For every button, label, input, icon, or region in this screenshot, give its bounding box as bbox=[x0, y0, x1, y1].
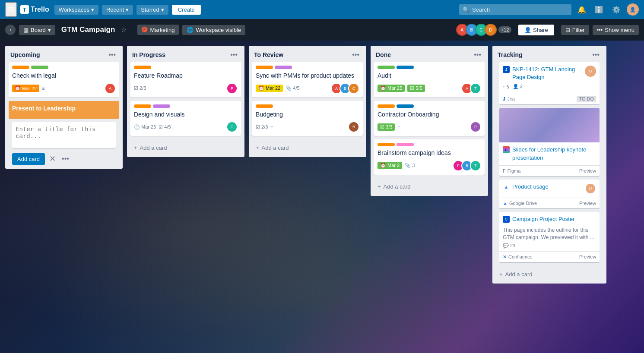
tracking-source-row-slides: F Figma Preview bbox=[499, 165, 600, 176]
card-avatar: A bbox=[105, 83, 116, 94]
card-title-audit: Audit bbox=[378, 72, 481, 80]
notifications-icon[interactable]: 🔔 bbox=[575, 4, 589, 16]
add-card-submit-button[interactable]: Add card bbox=[12, 153, 45, 165]
member-avatar-4[interactable]: D bbox=[485, 24, 497, 36]
search-input[interactable] bbox=[459, 4, 571, 15]
card-contractor-onboarding[interactable]: Contractor Onboarding ☑ 3/3 ≡ P bbox=[374, 101, 485, 136]
source-name-jira: J Jira bbox=[503, 96, 515, 101]
add-card-cancel-button[interactable]: ✕ bbox=[48, 152, 57, 165]
card-labels bbox=[378, 66, 481, 69]
card-title-design-visuals: Design and visuals bbox=[134, 110, 238, 119]
card-brainstorm[interactable]: Brainstorm campaign ideas ⏰ Mar 2 📎 3 P … bbox=[374, 139, 485, 175]
trello-logo: T Trello bbox=[20, 5, 49, 14]
list-upcoming: Upcoming ••• Check with legal ⏰ Mar 22 bbox=[5, 46, 123, 169]
due-date-badge: ⏰ Mar 25 bbox=[378, 85, 405, 92]
card-design-visuals[interactable]: Design and visuals 🕐 Mar 25 ☑ 4/5 T bbox=[130, 101, 241, 136]
card-labels bbox=[256, 104, 359, 108]
list-menu-button-upcoming[interactable]: ••• bbox=[107, 50, 117, 60]
add-card-row-in-progress: + Add a card bbox=[127, 139, 244, 157]
filter-button[interactable]: ⊟ Filter bbox=[561, 25, 589, 35]
description-badge: ≡ bbox=[42, 86, 44, 91]
new-card-input[interactable] bbox=[12, 122, 116, 148]
add-card-button-to-review[interactable]: + Add a card bbox=[252, 142, 363, 154]
preview-button-slides[interactable]: Preview bbox=[579, 168, 596, 173]
star-icon[interactable]: ☆ bbox=[121, 26, 127, 34]
divider bbox=[132, 25, 132, 35]
board-type-button[interactable]: ▦ Board ▾ bbox=[19, 25, 55, 35]
checklist-badge: ☑ 2/3 bbox=[256, 124, 268, 130]
gdrive-icon: ▲ bbox=[503, 183, 510, 190]
starred-button[interactable]: Starred ▾ bbox=[136, 5, 168, 15]
list-title-upcoming: Upcoming bbox=[10, 51, 40, 58]
due-badge: 🕐 Mar 25 bbox=[134, 124, 156, 130]
workspaces-button[interactable]: Workspaces ▾ bbox=[54, 5, 98, 15]
share-button[interactable]: 👤 Share bbox=[518, 25, 554, 35]
create-button[interactable]: Create bbox=[172, 5, 201, 15]
label-orange bbox=[134, 104, 151, 108]
add-card-button-tracking[interactable]: + Add a card bbox=[496, 268, 603, 280]
card-title-poster: Campaign Project Poster bbox=[512, 215, 596, 223]
label-orange bbox=[378, 104, 395, 108]
chevron-down-icon: ▾ bbox=[48, 27, 51, 33]
list-menu-button-to-review[interactable]: ••• bbox=[350, 50, 361, 60]
sidebar-collapse-button[interactable]: ‹ bbox=[5, 25, 16, 35]
list-in-progress: In Progress ••• Feature Roadmap ☑ 2/3 P bbox=[127, 46, 244, 157]
card-labels bbox=[378, 104, 481, 108]
list-menu-button-done[interactable]: ••• bbox=[472, 50, 483, 60]
preview-button-product[interactable]: Preview bbox=[579, 201, 596, 206]
add-card-row-tracking: + Add a card bbox=[492, 266, 606, 284]
info-icon[interactable]: ℹ️ bbox=[592, 4, 606, 16]
card-budgeting[interactable]: Budgeting ☑ 2/3 ≡ B bbox=[252, 101, 363, 136]
card-labels bbox=[134, 104, 238, 108]
workspace-icon: 🅟 bbox=[142, 26, 148, 33]
card-bottom: ☑ 2/3 ≡ B bbox=[256, 121, 359, 132]
vote-icon: ↑ 5 bbox=[503, 84, 509, 89]
list-menu-button-in-progress[interactable]: ••• bbox=[228, 50, 239, 60]
card-bkp-1412[interactable]: J BKP-1412: GTM Landing Page Design U ↑ … bbox=[499, 62, 600, 104]
card-avatar: T bbox=[226, 121, 238, 132]
card-labels bbox=[378, 143, 481, 146]
grid-icon-button[interactable]: ⊞ bbox=[5, 2, 17, 17]
label-blue bbox=[397, 66, 414, 69]
due-date-badge: ⏰ Mar 22 bbox=[12, 85, 39, 92]
show-menu-button[interactable]: ••• Show menu bbox=[593, 25, 639, 35]
chevron-down-icon: ▾ bbox=[126, 6, 129, 13]
add-card-button-done[interactable]: + Add a card bbox=[374, 181, 485, 192]
figma-icon: F bbox=[503, 146, 510, 153]
card-campaign-poster[interactable]: C Campaign Project Poster This page incl… bbox=[499, 212, 600, 262]
list-title-done: Done bbox=[376, 51, 391, 58]
source-name-gdrive: ▲ Google Drive bbox=[503, 201, 537, 206]
checklist-badge: ☑ 5/5 bbox=[407, 85, 425, 92]
card-product-usage[interactable]: ▲ Product usage U ▲ Google Drive Preview bbox=[499, 180, 600, 208]
settings-icon[interactable]: ⚙️ bbox=[609, 4, 623, 16]
share-icon: 👤 bbox=[524, 27, 531, 33]
checklist-badge: ☑ 3/3 bbox=[378, 123, 395, 131]
card-bottom: ⏰ Mar 22 📎 4/5 A B C bbox=[256, 83, 359, 94]
user-avatar[interactable]: 👤 bbox=[627, 3, 639, 16]
attachment-badge: 📎 4/5 bbox=[286, 85, 299, 91]
workspace-button[interactable]: 🅟 Marketing bbox=[137, 25, 179, 35]
card-avatar-product: U bbox=[585, 183, 596, 194]
card-sync-pmms[interactable]: Sync with PMMs for product updates ⏰ Mar… bbox=[252, 62, 363, 98]
new-card-form: Add card ✕ ••• bbox=[9, 122, 119, 169]
preview-button-poster[interactable]: Preview bbox=[579, 254, 596, 259]
list-cards-upcoming: Check with legal ⏰ Mar 22 ≡ A Present to… bbox=[5, 62, 123, 169]
attachment-badge: 📎 3 bbox=[405, 163, 415, 168]
recent-button[interactable]: Recent ▾ bbox=[102, 5, 133, 15]
label-green bbox=[31, 66, 48, 69]
visibility-button[interactable]: 🌐 Workspace visible bbox=[182, 25, 245, 35]
top-navigation: ⊞ T Trello Workspaces ▾ Recent ▾ Starred… bbox=[0, 0, 644, 19]
card-audit[interactable]: Audit ⏰ Mar 25 ☑ 5/5 A T bbox=[374, 62, 485, 98]
add-card-button-in-progress[interactable]: + Add a card bbox=[130, 142, 241, 154]
card-avatars: P B T bbox=[453, 160, 481, 171]
list-done: Done ••• Audit ⏰ Mar 25 ☑ 5/5 bbox=[371, 46, 488, 196]
card-feature-roadmap[interactable]: Feature Roadmap ☑ 2/3 P bbox=[130, 62, 241, 98]
list-menu-button-tracking[interactable]: ••• bbox=[590, 50, 601, 60]
card-title-budgeting: Budgeting bbox=[256, 110, 359, 119]
add-card-more-button[interactable]: ••• bbox=[60, 153, 71, 164]
tracking-meta-bkp: ↑ 5 👤 2 bbox=[503, 84, 596, 89]
member-count[interactable]: +12 bbox=[498, 26, 512, 33]
card-slides-leadership[interactable]: F Slides for Leadership keynote presenta… bbox=[499, 108, 600, 176]
card-check-legal[interactable]: Check with legal ⏰ Mar 22 ≡ A bbox=[9, 62, 119, 98]
card-present-leadership[interactable]: Present to Leadership bbox=[9, 101, 119, 119]
